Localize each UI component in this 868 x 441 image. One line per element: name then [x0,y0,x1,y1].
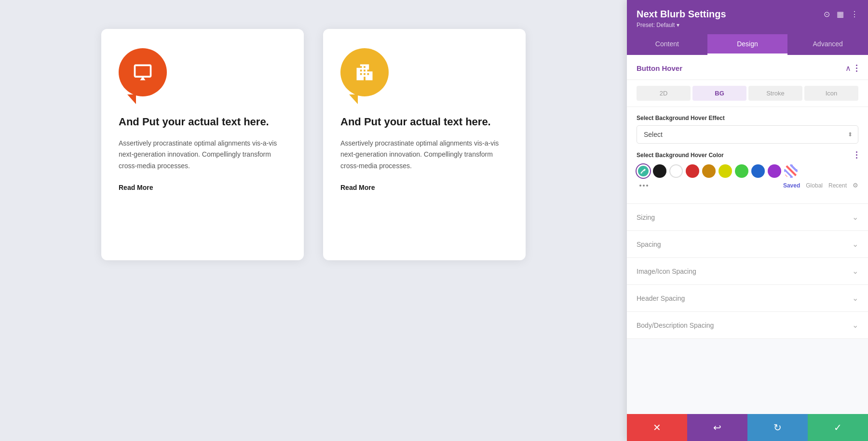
tab-content[interactable]: Content [627,34,707,55]
blurb-title-1: And Put your actual text here. [119,115,269,129]
image-icon-spacing-label: Image/Icon Spacing [637,267,696,275]
undo-button[interactable]: ↩ [687,414,747,441]
panel-tabs: Content Design Advanced [627,34,868,55]
panel-preset[interactable]: Preset: Default ▾ [637,22,858,28]
sizing-arrow-icon: ⌄ [852,213,858,222]
building-icon [354,62,375,83]
color-swatches [637,164,858,178]
panel-header: Next Blurb Settings ⊙ ▦ ⋮ Preset: Defaul… [627,0,868,34]
body-description-spacing-header[interactable]: Body/Description Spacing ⌄ [627,312,868,338]
target-icon[interactable]: ⊙ [824,10,830,19]
icon-circle-1 [119,48,167,96]
settings-panel: Next Blurb Settings ⊙ ▦ ⋮ Preset: Defaul… [627,0,868,441]
image-icon-spacing-header[interactable]: Image/Icon Spacing ⌄ [627,258,868,284]
tab-design[interactable]: Design [707,34,788,55]
blurb-card-1: And Put your actual text here. Assertive… [101,29,304,260]
sub-tab-stroke[interactable]: Stroke [748,86,802,101]
image-icon-spacing-section: Image/Icon Spacing ⌄ [627,258,868,285]
layout-icon[interactable]: ▦ [837,10,844,19]
sub-tab-2d[interactable]: 2D [637,86,691,101]
color-label: Select Background Hover Color [637,152,724,159]
button-hover-section-header: Button Hover ∧ [627,55,868,80]
monitor-icon [132,62,153,83]
color-swatch-black[interactable] [653,164,666,178]
color-swatch-green[interactable] [735,164,748,178]
panel-scroll[interactable]: Button Hover ∧ 2D BG Stroke Icon Select … [627,55,868,414]
effect-select[interactable]: Select Fade Slide Zoom [637,125,858,144]
blurb-title-2: And Put your actual text here. [340,115,491,129]
effect-select-wrap: Select Fade Slide Zoom ⬍ [637,125,858,144]
sub-tabs: 2D BG Stroke Icon [627,80,868,107]
section-header-right: ∧ [845,64,858,73]
collapse-button-hover-icon[interactable]: ∧ [845,64,851,73]
color-tabs: Saved Global Recent ⚙ [783,182,858,189]
tab-advanced[interactable]: Advanced [787,34,868,55]
panel-title: Next Blurb Settings [637,9,726,20]
more-icon[interactable]: ⋮ [851,10,858,19]
color-tab-recent[interactable]: Recent [828,182,847,189]
icon-tail-1 [127,94,136,104]
blurb-body-1: Assertively procrastinate optimal alignm… [119,138,286,172]
body-description-spacing-label: Body/Description Spacing [637,321,714,329]
save-button[interactable]: ✓ [808,414,868,441]
spacing-header[interactable]: Spacing ⌄ [627,231,868,257]
sub-tab-icon[interactable]: Icon [804,86,858,101]
more-colors-dots[interactable] [637,184,651,187]
effect-label: Select Background Hover Effect [637,115,858,121]
canvas-area: And Put your actual text here. Assertive… [0,0,627,441]
color-swatch-red[interactable] [686,164,699,178]
cancel-button[interactable]: ✕ [627,414,687,441]
icon-circle-2 [340,48,389,96]
panel-header-icons: ⊙ ▦ ⋮ [824,10,858,19]
section-menu-icon[interactable] [855,64,858,73]
color-swatch-white[interactable] [669,164,683,178]
form-section: Select Background Hover Effect Select Fa… [627,107,868,204]
sub-tab-bg[interactable]: BG [692,86,746,101]
color-swatch-purple[interactable] [768,164,781,178]
read-more-2[interactable]: Read More [340,184,375,191]
image-icon-spacing-arrow-icon: ⌄ [852,267,858,276]
icon-wrap-2 [340,48,389,101]
spacing-section: Spacing ⌄ [627,231,868,258]
color-swatch-blue[interactable] [751,164,765,178]
read-more-1[interactable]: Read More [119,184,153,191]
sizing-label: Sizing [637,214,655,221]
color-menu-icon[interactable] [855,150,858,160]
color-swatch-teal[interactable] [637,164,650,178]
color-settings-icon[interactable]: ⚙ [853,182,858,189]
panel-footer: ✕ ↩ ↻ ✓ [627,414,868,441]
icon-tail-2 [349,94,358,104]
pencil-icon [640,168,647,174]
blurb-body-2: Assertively procrastinate optimal alignm… [340,138,508,172]
color-label-row: Select Background Hover Color [637,150,858,160]
spacing-arrow-icon: ⌄ [852,240,858,249]
color-swatch-orange-gold[interactable] [702,164,716,178]
color-tab-saved[interactable]: Saved [783,182,800,189]
sizing-section: Sizing ⌄ [627,204,868,231]
sizing-header[interactable]: Sizing ⌄ [627,204,868,230]
icon-wrap-1 [119,48,167,101]
redo-button[interactable]: ↻ [747,414,808,441]
header-spacing-section: Header Spacing ⌄ [627,285,868,312]
blurb-card-2: And Put your actual text here. Assertive… [323,29,526,260]
header-spacing-header[interactable]: Header Spacing ⌄ [627,285,868,311]
body-description-spacing-section: Body/Description Spacing ⌄ [627,312,868,339]
header-spacing-label: Header Spacing [637,294,685,302]
effect-row: Select Background Hover Effect Select Fa… [637,115,858,144]
section-title: Button Hover [637,64,682,72]
color-tab-global[interactable]: Global [806,182,823,189]
header-spacing-arrow-icon: ⌄ [852,294,858,303]
body-description-spacing-arrow-icon: ⌄ [852,321,858,330]
color-row: Select Background Hover Color [637,150,858,189]
panel-header-top: Next Blurb Settings ⊙ ▦ ⋮ [637,9,858,20]
spacing-label: Spacing [637,241,661,248]
color-swatch-striped[interactable] [784,164,798,178]
color-swatch-yellow[interactable] [719,164,732,178]
